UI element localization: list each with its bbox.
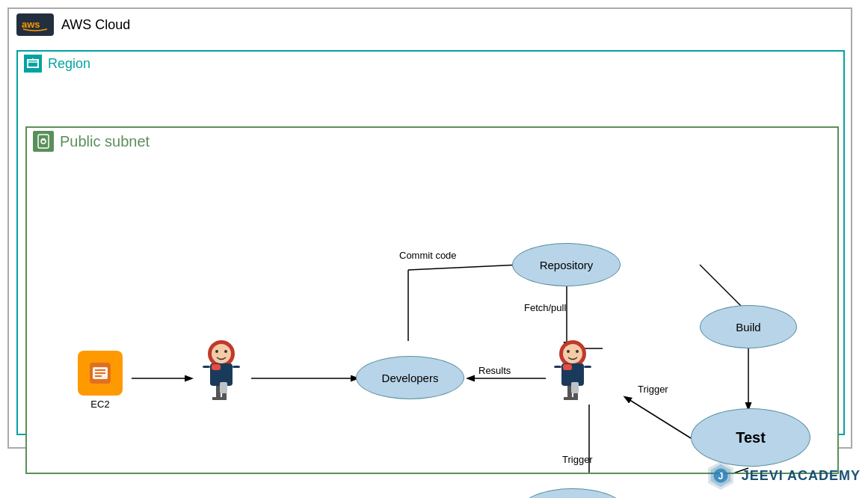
subnet-container: Public subnet [25,126,839,474]
svg-rect-46 [563,364,572,370]
ec2-label: EC2 [90,399,109,410]
aws-header: aws AWS Cloud [9,9,851,40]
svg-rect-22 [95,372,105,374]
jenkins-figure-2 [543,337,603,405]
label-trigger-1: Trigger [638,384,668,395]
subnet-icon [33,131,54,152]
developers-node: Developers [356,356,464,399]
svg-point-44 [567,350,570,353]
svg-rect-1 [28,60,38,67]
svg-rect-23 [95,375,102,377]
svg-rect-36 [220,382,227,393]
svg-point-45 [576,350,579,353]
svg-rect-47 [554,366,561,368]
svg-rect-48 [584,366,591,368]
svg-line-10 [408,265,520,270]
svg-rect-43 [570,397,578,400]
jenkins-figure-1 [191,337,251,405]
svg-rect-6 [42,138,45,141]
deploy-node: Deploy [520,488,625,498]
jeevi-logo: J [706,461,736,491]
svg-rect-21 [95,369,105,371]
label-fetch-pull: Fetch/pull [524,302,566,313]
build-node: Build [700,305,797,348]
subnet-title: Public subnet [60,133,150,150]
ec2-component: EC2 [78,351,123,410]
region-header: Region [18,52,843,76]
svg-point-32 [224,350,227,353]
svg-rect-34 [203,366,210,368]
svg-rect-30 [218,397,227,400]
repository-node: Repository [512,243,621,286]
svg-point-25 [212,344,231,363]
label-commit-code: Commit code [399,250,457,261]
svg-rect-35 [233,366,240,368]
aws-cloud-title: AWS Cloud [61,17,130,33]
aws-cloud-container: aws AWS Cloud Region [7,7,852,449]
svg-rect-49 [571,382,579,393]
region-title: Region [48,56,90,72]
svg-rect-4 [38,135,49,148]
label-trigger-2: Trigger [562,454,593,465]
svg-point-38 [563,344,582,363]
svg-text:J: J [718,471,723,482]
svg-line-15 [625,397,691,438]
footer: J JEEVI ACADEMY [706,461,861,491]
svg-rect-33 [212,364,221,370]
ec2-icon-box [78,351,123,396]
label-results: Results [478,365,511,376]
region-icon [24,55,42,73]
region-container: Region Public subnet [16,50,845,435]
svg-text:aws: aws [22,19,40,30]
test-node: Test [691,408,810,467]
subnet-header: Public subnet [27,128,837,155]
svg-point-31 [215,350,218,353]
aws-logo: aws [16,13,54,36]
footer-brand: JEEVI ACADEMY [742,468,861,484]
